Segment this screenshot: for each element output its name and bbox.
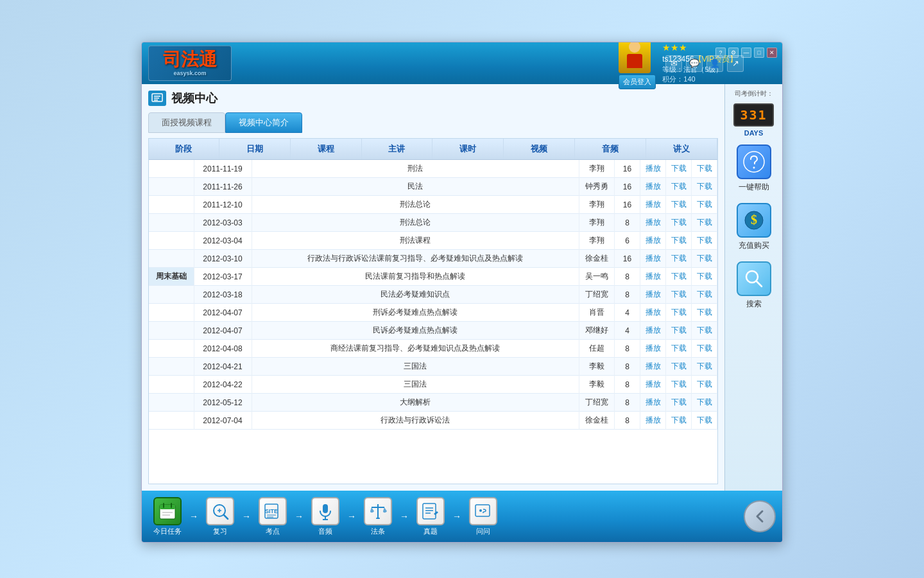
- notes-link[interactable]: 下载: [697, 182, 712, 191]
- minimize-button[interactable]: —: [741, 48, 751, 58]
- video-link[interactable]: 播放: [646, 272, 661, 281]
- audio-link[interactable]: 下载: [671, 164, 687, 173]
- audio-link[interactable]: 下载: [671, 398, 687, 407]
- cell-video[interactable]: 播放: [640, 322, 666, 340]
- task-exam[interactable]: 真题: [411, 495, 450, 539]
- table-scroll-area[interactable]: 2011-11-19刑法李翔16播放下载下载2011-11-26民法钟秀勇16播…: [149, 160, 717, 484]
- chat-icon[interactable]: 💬: [686, 55, 703, 72]
- search-sidebar-btn[interactable]: 搜索: [730, 259, 778, 312]
- cell-video[interactable]: 播放: [640, 376, 666, 394]
- login-button[interactable]: 会员登入: [619, 74, 656, 89]
- cell-notes[interactable]: 下载: [692, 394, 717, 412]
- video-link[interactable]: 播放: [646, 380, 661, 389]
- cell-video[interactable]: 播放: [640, 160, 666, 178]
- audio-link[interactable]: 下载: [671, 272, 687, 281]
- cell-notes[interactable]: 下载: [692, 304, 717, 322]
- cell-audio[interactable]: 下载: [666, 358, 692, 376]
- audio-link[interactable]: 下载: [671, 362, 687, 371]
- notes-link[interactable]: 下载: [697, 272, 712, 281]
- maximize-button[interactable]: □: [754, 48, 764, 58]
- cell-audio[interactable]: 下载: [666, 376, 692, 394]
- video-link[interactable]: 播放: [646, 200, 661, 209]
- cell-notes[interactable]: 下载: [692, 250, 717, 268]
- cell-notes[interactable]: 下载: [692, 376, 717, 394]
- video-link[interactable]: 播放: [646, 254, 661, 263]
- cell-audio[interactable]: 下载: [666, 178, 692, 196]
- cell-audio[interactable]: 下载: [666, 286, 692, 304]
- notes-link[interactable]: 下载: [697, 164, 712, 173]
- video-link[interactable]: 播放: [646, 236, 661, 245]
- cell-audio[interactable]: 下载: [666, 412, 692, 430]
- cell-video[interactable]: 播放: [640, 268, 666, 286]
- cell-notes[interactable]: 下载: [692, 160, 717, 178]
- tab-intro[interactable]: 视频中心简介: [225, 112, 302, 133]
- cell-notes[interactable]: 下载: [692, 286, 717, 304]
- video-link[interactable]: 播放: [646, 218, 661, 227]
- tab-face-to-face[interactable]: 面授视频课程: [148, 112, 225, 133]
- cell-audio[interactable]: 下载: [666, 160, 692, 178]
- cell-notes[interactable]: 下载: [692, 196, 717, 214]
- cell-notes[interactable]: 下载: [692, 214, 717, 232]
- task-question[interactable]: 问问: [464, 495, 502, 539]
- cell-notes[interactable]: 下载: [692, 268, 717, 286]
- cell-video[interactable]: 播放: [640, 304, 666, 322]
- close-button[interactable]: ✕: [767, 48, 777, 58]
- back-button[interactable]: [744, 500, 776, 532]
- cell-audio[interactable]: 下载: [666, 196, 692, 214]
- audio-link[interactable]: 下载: [671, 290, 687, 299]
- cell-notes[interactable]: 下载: [692, 340, 717, 358]
- cell-video[interactable]: 播放: [640, 412, 666, 430]
- cell-notes[interactable]: 下载: [692, 412, 717, 430]
- cell-video[interactable]: 播放: [640, 214, 666, 232]
- cell-video[interactable]: 播放: [640, 340, 666, 358]
- notes-link[interactable]: 下载: [697, 398, 712, 407]
- charge-sidebar-btn[interactable]: $ 充值购买: [730, 200, 778, 254]
- task-today[interactable]: 今日任务: [148, 495, 187, 539]
- cell-notes[interactable]: 下载: [692, 232, 717, 250]
- cell-video[interactable]: 播放: [640, 232, 666, 250]
- notes-link[interactable]: 下载: [697, 326, 712, 335]
- video-link[interactable]: 播放: [646, 398, 661, 407]
- cell-video[interactable]: 播放: [640, 286, 666, 304]
- cell-video[interactable]: 播放: [640, 394, 666, 412]
- cell-notes[interactable]: 下载: [692, 322, 717, 340]
- video-link[interactable]: 播放: [646, 416, 661, 425]
- notes-link[interactable]: 下载: [697, 416, 712, 425]
- cell-audio[interactable]: 下载: [666, 214, 692, 232]
- notes-link[interactable]: 下载: [697, 362, 712, 371]
- audio-link[interactable]: 下载: [671, 380, 687, 389]
- task-law[interactable]: 法条: [359, 495, 397, 539]
- settings-button[interactable]: ⚙: [728, 48, 739, 58]
- video-link[interactable]: 播放: [646, 326, 661, 335]
- notes-link[interactable]: 下载: [697, 290, 712, 299]
- video-link[interactable]: 播放: [646, 290, 661, 299]
- help-sidebar-btn[interactable]: 一键帮助: [730, 142, 778, 195]
- video-link[interactable]: 播放: [646, 182, 661, 191]
- video-link[interactable]: 播放: [646, 164, 661, 173]
- notes-link[interactable]: 下载: [697, 308, 712, 317]
- task-keypoint[interactable]: SITE 考点: [253, 495, 292, 539]
- cell-audio[interactable]: 下载: [666, 250, 692, 268]
- notes-link[interactable]: 下载: [697, 218, 712, 227]
- notes-link[interactable]: 下载: [697, 254, 712, 263]
- notes-link[interactable]: 下载: [697, 236, 712, 245]
- cell-video[interactable]: 播放: [640, 178, 666, 196]
- cell-audio[interactable]: 下载: [666, 304, 692, 322]
- message-icon[interactable]: ✉: [665, 55, 682, 72]
- audio-link[interactable]: 下载: [671, 308, 687, 317]
- notes-link[interactable]: 下载: [697, 380, 712, 389]
- cell-audio[interactable]: 下载: [666, 340, 692, 358]
- task-review[interactable]: 复习: [201, 495, 239, 539]
- video-link[interactable]: 播放: [646, 308, 661, 317]
- audio-link[interactable]: 下载: [671, 326, 687, 335]
- cell-audio[interactable]: 下载: [666, 394, 692, 412]
- help-button[interactable]: ?: [715, 48, 726, 58]
- audio-link[interactable]: 下载: [671, 344, 687, 353]
- notes-link[interactable]: 下载: [697, 200, 712, 209]
- cell-notes[interactable]: 下载: [692, 358, 717, 376]
- video-link[interactable]: 播放: [646, 362, 661, 371]
- cell-video[interactable]: 播放: [640, 358, 666, 376]
- task-audio[interactable]: 音频: [306, 495, 345, 539]
- audio-link[interactable]: 下载: [671, 416, 687, 425]
- cell-video[interactable]: 播放: [640, 250, 666, 268]
